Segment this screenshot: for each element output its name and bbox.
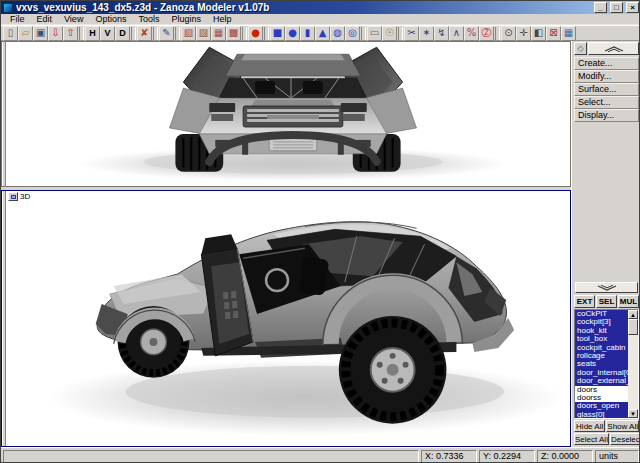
cube-disabled-mode-button[interactable]: ▩ xyxy=(226,26,241,41)
close-button[interactable]: × xyxy=(626,2,639,13)
menu-file[interactable]: File xyxy=(4,14,31,25)
scrollbar-thumb[interactable] xyxy=(628,319,638,335)
dashed-rect-icon: ▭ xyxy=(370,28,379,38)
viewport-maximize-button[interactable] xyxy=(8,192,18,201)
vertex-snap-button[interactable]: ✘ xyxy=(137,26,152,41)
scroll-up-button[interactable]: ▲ xyxy=(628,310,638,319)
object-list-item[interactable]: tool_box xyxy=(575,335,628,343)
import-file-button[interactable]: ⇩ xyxy=(48,26,63,41)
toolbar-separator xyxy=(242,27,247,40)
disc-primitive-icon: ◍ xyxy=(333,28,342,38)
car-front-render xyxy=(6,42,570,186)
zoom-tool-button[interactable]: ⊙ xyxy=(501,26,516,41)
restore-button[interactable]: □ xyxy=(610,2,623,13)
zmodeler-logo-button[interactable]: Ⓩ xyxy=(479,26,494,41)
collapse-down-icon xyxy=(596,285,618,291)
open-folder-icon: ▱ xyxy=(22,28,30,38)
panel-toggle-button[interactable]: ◇ xyxy=(574,42,587,55)
menu-options[interactable]: Options xyxy=(89,14,132,25)
disc-primitive-button[interactable]: ◍ xyxy=(330,26,345,41)
toggle-h-button[interactable]: H xyxy=(85,26,100,41)
rollout-modify-button[interactable]: Modify... xyxy=(574,70,639,83)
percent-tool-button[interactable]: % xyxy=(464,26,479,41)
object-list-item[interactable]: seats xyxy=(575,360,628,368)
sphere-primitive-button[interactable]: ● xyxy=(285,26,300,41)
status-message-panel xyxy=(3,450,419,463)
dashed-rect-button[interactable]: ▭ xyxy=(367,26,382,41)
lasso-tool-button[interactable]: ↯ xyxy=(434,26,449,41)
red-sphere-icon: ● xyxy=(251,28,260,38)
object-list-item[interactable]: cockpit[3] xyxy=(575,318,628,326)
export-file-icon: ⇧ xyxy=(66,28,74,38)
red-sphere-button[interactable]: ● xyxy=(248,26,263,41)
menu-help[interactable]: Help xyxy=(207,14,238,25)
torus-primitive-button[interactable]: ◎ xyxy=(345,26,360,41)
rollout-display-button[interactable]: Display... xyxy=(574,109,639,122)
cube-vertices-mode-button[interactable]: ▧ xyxy=(181,26,196,41)
spot-light-button[interactable]: ☉ xyxy=(382,26,397,41)
cube-faces-mode-button[interactable]: ▦ xyxy=(211,26,226,41)
object-list-item[interactable]: door_internal[0] xyxy=(575,369,628,377)
view-cube-button[interactable]: ◧ xyxy=(531,26,546,41)
titlebar[interactable]: vxvs_vexuvius_143_dx5.z3d - Zanoza Model… xyxy=(1,1,640,14)
save-button[interactable]: ▣ xyxy=(33,26,48,41)
toggle-v-button[interactable]: V xyxy=(100,26,115,41)
menu-plugins[interactable]: Plugins xyxy=(165,14,207,25)
perspective-viewport-canvas[interactable]: 3D xyxy=(6,191,570,446)
front-viewport-canvas[interactable] xyxy=(6,42,570,186)
minimize-button[interactable]: _ xyxy=(594,2,607,13)
polyline-button[interactable]: ✎ xyxy=(159,26,174,41)
menu-view[interactable]: View xyxy=(58,14,89,25)
viewport-label: 3D xyxy=(8,192,30,201)
cube-faces-mode-icon: ▦ xyxy=(214,28,223,38)
status-y-coordinate: Y: 0.2294 xyxy=(479,450,535,463)
star-tool-button[interactable]: ✶ xyxy=(419,26,434,41)
object-list-item[interactable]: door_external_ta xyxy=(575,377,628,385)
object-list-item[interactable]: cockpit_cabin xyxy=(575,344,628,352)
collapse-down-button[interactable] xyxy=(575,282,638,293)
manipulator-tool-icon: ∧ xyxy=(453,28,460,38)
delete-view-button[interactable]: ⊠ xyxy=(546,26,561,41)
scissors-tool-button[interactable]: ✂ xyxy=(404,26,419,41)
object-list-item[interactable]: doors xyxy=(575,386,628,394)
object-list-scrollbar[interactable]: ▲ ▼ xyxy=(628,310,638,418)
open-folder-button[interactable]: ▱ xyxy=(18,26,33,41)
perspective-viewport[interactable]: 3D xyxy=(1,190,571,447)
menu-edit[interactable]: Edit xyxy=(31,14,59,25)
select-all-button[interactable]: Select All xyxy=(574,433,609,445)
sidebar-spacer xyxy=(574,122,639,282)
object-list-item[interactable]: doors_open xyxy=(575,402,628,410)
export-file-button[interactable]: ⇧ xyxy=(63,26,78,41)
rollout-create-button[interactable]: Create... xyxy=(574,57,639,70)
object-list-item[interactable]: hook_kit xyxy=(575,327,628,335)
object-list-item[interactable]: coCkPiT xyxy=(575,310,628,318)
object-list-item[interactable]: doorss xyxy=(575,394,628,402)
hide-all-button[interactable]: Hide All xyxy=(574,420,605,432)
rollout-surface-button[interactable]: Surface... xyxy=(574,83,639,96)
mode-sel-button[interactable]: SEL xyxy=(596,295,617,308)
mode-ext-button[interactable]: EXT xyxy=(574,295,595,308)
cylinder-primitive-icon: ▮ xyxy=(305,28,311,38)
front-viewport[interactable] xyxy=(1,41,571,187)
cube-edges-mode-button[interactable]: ▨ xyxy=(196,26,211,41)
show-all-button[interactable]: Show All xyxy=(606,420,639,432)
box-primitive-button[interactable]: ■ xyxy=(270,26,285,41)
rollout-select-button[interactable]: Select... xyxy=(574,96,639,109)
toggle-d-button[interactable]: D xyxy=(115,26,130,41)
cylinder-primitive-button[interactable]: ▮ xyxy=(300,26,315,41)
vertex-snap-icon: ✘ xyxy=(140,28,148,38)
menu-tools[interactable]: Tools xyxy=(132,14,165,25)
mode-mul-button[interactable]: MUL xyxy=(618,295,639,308)
textures-button[interactable]: ▦ xyxy=(561,26,576,41)
cone-primitive-button[interactable]: ▲ xyxy=(315,26,330,41)
object-list-item[interactable]: rollcage xyxy=(575,352,628,360)
collapse-up-button[interactable] xyxy=(588,42,639,55)
save-icon: ▣ xyxy=(36,28,45,38)
deselect-button[interactable]: Deselect xyxy=(610,433,640,445)
new-file-button[interactable]: ▯ xyxy=(3,26,18,41)
pan-tool-button[interactable]: ✛ xyxy=(516,26,531,41)
object-list-item[interactable]: glass[0] xyxy=(575,411,628,418)
manipulator-tool-button[interactable]: ∧ xyxy=(449,26,464,41)
toolbar-separator xyxy=(131,27,136,40)
scroll-down-button[interactable]: ▼ xyxy=(628,409,638,418)
